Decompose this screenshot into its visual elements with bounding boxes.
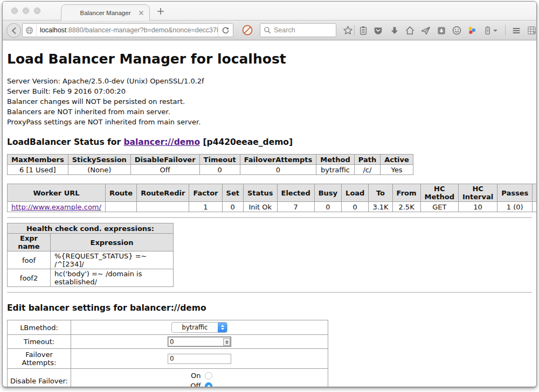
radio-off-label: Off (187, 381, 201, 387)
persist-notice: Balancer changes will NOT be persisted o… (7, 96, 532, 107)
col-hc-interval: HC Interval (458, 184, 497, 202)
reload-icon (222, 26, 230, 34)
download-icon[interactable] (389, 25, 400, 36)
health-header-row: Expr name Expression (8, 234, 174, 251)
tab-balancer-manager[interactable]: Balancer Manager (61, 4, 150, 21)
battery-dropdown-caret-icon[interactable] (492, 25, 499, 36)
window-minimize-button[interactable] (23, 8, 29, 14)
col-active: Active (381, 155, 413, 165)
site-identity-globe-icon[interactable] (23, 24, 37, 37)
loadbalancer-status-heading: LoadBalancer Status for balancer://demo … (7, 137, 532, 147)
tab-close-icon[interactable] (138, 10, 144, 16)
inherit-notice: Balancers are NOT inherited from main se… (7, 107, 532, 117)
col-hc-method: HC Method (420, 184, 458, 202)
failover-attempts-row: Failover Attempts: (8, 349, 328, 369)
health-row-foof: foof %{REQUEST_STATUS} =~ /^[234]/ (8, 251, 174, 269)
failover-attempts-label: Failover Attempts: (8, 349, 71, 369)
balancer-status-table: MaxMembers StickySession DisableFailover… (7, 154, 413, 175)
failover-attempts-input[interactable] (168, 354, 231, 364)
edit-balancer-form: LBmethod: bytraffic Timeout: (7, 320, 328, 387)
search-bar[interactable] (260, 23, 336, 37)
worker-url-link[interactable]: http://www.example.com/ (11, 203, 101, 211)
worker-table: Worker URL Route RouteRedir Factor Set S… (7, 184, 536, 212)
health-check-table: Health check cond. expressions: Expr nam… (7, 223, 174, 287)
bookmark-star-icon[interactable] (342, 25, 354, 36)
titlebar: Balancer Manager (3, 2, 536, 20)
balancer-data-row: 6 [1 Used] (None) Off 0 0 bytraffic /c/ … (8, 165, 413, 175)
worker-data-row: http://www.example.com/ 1 0 Init Ok 7 0 … (8, 202, 537, 212)
col-expr-name: Expr name (8, 234, 51, 251)
health-row-foof2: foof2 hc('body') =~ /domain is establish… (8, 269, 174, 287)
back-icon (10, 26, 18, 35)
select-stepper-icon (218, 323, 227, 332)
health-table-title: Health check cond. expressions: (8, 223, 174, 234)
page-grid-addon-icon[interactable] (526, 25, 537, 36)
col-path: Path (354, 155, 380, 165)
url-host: localhost (40, 26, 66, 34)
col-set: Set (222, 184, 243, 202)
number-spinner-icon[interactable] (223, 338, 230, 346)
lbmethod-selected-value: bytraffic (172, 323, 218, 332)
hamburger-menu-icon[interactable] (510, 25, 522, 36)
divider-2 (7, 292, 532, 293)
disable-failover-on-radio[interactable] (205, 372, 212, 380)
window-close-button[interactable] (11, 8, 18, 14)
balancer-demo-link[interactable]: balancer://demo (123, 137, 200, 147)
edit-balancer-heading: Edit balancer settings for balancer://de… (7, 303, 532, 313)
col-from: From (392, 184, 420, 202)
col-routeredir: RouteRedir (137, 184, 189, 202)
proxypass-notice: ProxyPass settings are NOT inherited fro… (7, 117, 532, 127)
reading-list-icon[interactable] (357, 25, 369, 36)
disable-failover-off-radio[interactable] (205, 382, 212, 387)
search-input[interactable] (274, 26, 328, 34)
lbmethod-select[interactable]: bytraffic (171, 322, 227, 333)
divider (7, 217, 532, 218)
content-blocked-icon[interactable] (241, 24, 253, 36)
col-maxmembers: MaxMembers (8, 155, 68, 165)
col-status: Status (243, 184, 277, 202)
home-icon[interactable] (404, 25, 416, 36)
worker-header-row: Worker URL Route RouteRedir Factor Set S… (8, 184, 537, 202)
url-text[interactable]: localhost:8880/balancer-manager?b=demo&n… (37, 26, 218, 34)
search-icon (264, 26, 271, 34)
tab-title: Balancer Manager (80, 10, 131, 16)
send-plane-icon[interactable] (420, 25, 431, 36)
col-method: Method (316, 155, 354, 165)
col-route: Route (105, 184, 136, 202)
col-busy: Busy (314, 184, 341, 202)
page-title: Load Balancer Manager for localhost (7, 51, 532, 67)
disable-failover-label: Disable Failover: (8, 369, 71, 387)
feedback-smiley-icon[interactable] (451, 25, 462, 36)
server-version: Server Version: Apache/2.5.0-dev (Unix) … (7, 76, 532, 86)
pocket-icon[interactable] (372, 25, 384, 36)
url-bar[interactable]: localhost:8880/balancer-manager?b=demo&n… (22, 23, 233, 37)
window-zoom-button[interactable] (34, 8, 40, 14)
new-tab-button[interactable] (157, 8, 164, 15)
col-disablefailover: DisableFailover (130, 155, 199, 165)
addon-download-icon[interactable] (436, 25, 447, 36)
timeout-row: Timeout: (8, 335, 328, 349)
colored-dots-addon-icon[interactable] (466, 25, 478, 36)
timeout-input[interactable] (168, 337, 231, 347)
page-content: Load Balancer Manager for localhost Serv… (3, 41, 536, 387)
col-timeout: Timeout (199, 155, 240, 165)
reload-button[interactable] (218, 24, 233, 37)
toolbar-separator (354, 25, 355, 36)
balancer-header-row: MaxMembers StickySession DisableFailover… (8, 155, 413, 165)
health-title-row: Health check cond. expressions: (8, 223, 174, 234)
radio-on-label: On (187, 370, 201, 381)
col-worker-url: Worker URL (8, 184, 106, 202)
status-heading-suffix: [p4420eeae_demo] (200, 137, 293, 147)
navigation-toolbar: localhost:8880/balancer-manager?b=demo&n… (3, 20, 536, 40)
server-built: Server Built: Feb 9 2016 07:00:20 (7, 86, 532, 96)
col-stickysession: StickySession (68, 155, 130, 165)
col-factor: Factor (189, 184, 222, 202)
col-fails: Fails (533, 184, 536, 202)
lbmethod-row: LBmethod: bytraffic (8, 320, 328, 335)
lbmethod-label: LBmethod: (8, 320, 71, 335)
url-path: :8880/balancer-manager?b=demo&nonce=decc… (66, 26, 218, 34)
battery-addon-icon[interactable] (482, 25, 493, 36)
browser-window: Balancer Manager localhost:8880/bal (2, 1, 537, 387)
col-failoverattempts: FailoverAttempts (240, 155, 316, 165)
back-button[interactable] (6, 23, 21, 38)
